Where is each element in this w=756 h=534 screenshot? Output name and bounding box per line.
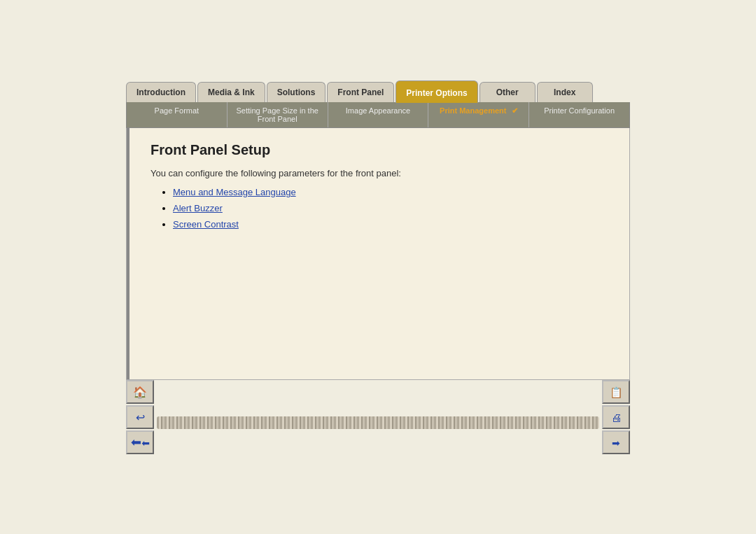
left-border [127, 128, 130, 379]
main-container: Introduction Media & Ink Solutions Front… [126, 80, 630, 454]
book-icon [610, 385, 623, 400]
subtab-printer-configuration[interactable]: Printer Configuration [529, 102, 629, 127]
print-icon [611, 410, 622, 425]
tab-front-panel[interactable]: Front Panel [327, 82, 394, 102]
tab-media-ink[interactable]: Media & Ink [197, 82, 265, 102]
next-icon [612, 435, 620, 450]
bottom-nav: ➡ [126, 380, 630, 454]
print-button[interactable] [602, 405, 630, 429]
nav-right [602, 380, 630, 454]
link-list: Menu and Message Language Alert Buzzer S… [148, 187, 608, 230]
back-button[interactable] [126, 405, 154, 429]
checkmark-icon: ✔ [512, 106, 518, 115]
tab-solutions[interactable]: Solutions [267, 82, 326, 102]
subtab-image-appearance[interactable]: Image Appearance [328, 102, 429, 127]
tab-introduction[interactable]: Introduction [126, 82, 196, 102]
list-item: Alert Buzzer [173, 203, 608, 213]
intro-text: You can configure the following paramete… [148, 168, 608, 178]
subtab-print-management[interactable]: Print Management ✔ [428, 102, 529, 127]
list-item: Screen Contrast [173, 219, 608, 230]
spiral-bar [157, 416, 599, 429]
tab-index[interactable]: Index [537, 82, 593, 102]
subtab-bar: Page Format Setting Page Size in the Fro… [126, 102, 630, 128]
next-button[interactable] [602, 430, 630, 454]
page-title: Front Panel Setup [148, 142, 608, 158]
link-alert-buzzer[interactable]: Alert Buzzer [173, 203, 223, 213]
back-icon [136, 410, 145, 425]
home-icon [133, 385, 147, 400]
link-screen-contrast[interactable]: Screen Contrast [173, 219, 239, 230]
prev-icon: ➡ [131, 435, 150, 450]
tab-bar: Introduction Media & Ink Solutions Front… [126, 80, 630, 102]
subtab-setting-page-size[interactable]: Setting Page Size in the Front Panel [227, 102, 328, 127]
nav-left: ➡ [126, 380, 154, 454]
prev-button[interactable]: ➡ [126, 430, 154, 454]
tab-other[interactable]: Other [479, 82, 536, 102]
bookmarks-button[interactable] [602, 380, 630, 404]
content-area: Front Panel Setup You can configure the … [126, 128, 630, 380]
tab-printer-options[interactable]: Printer Options [396, 80, 477, 103]
home-button[interactable] [126, 380, 154, 404]
subtab-page-format[interactable]: Page Format [127, 102, 227, 127]
link-menu-language[interactable]: Menu and Message Language [173, 187, 296, 197]
list-item: Menu and Message Language [173, 187, 608, 197]
